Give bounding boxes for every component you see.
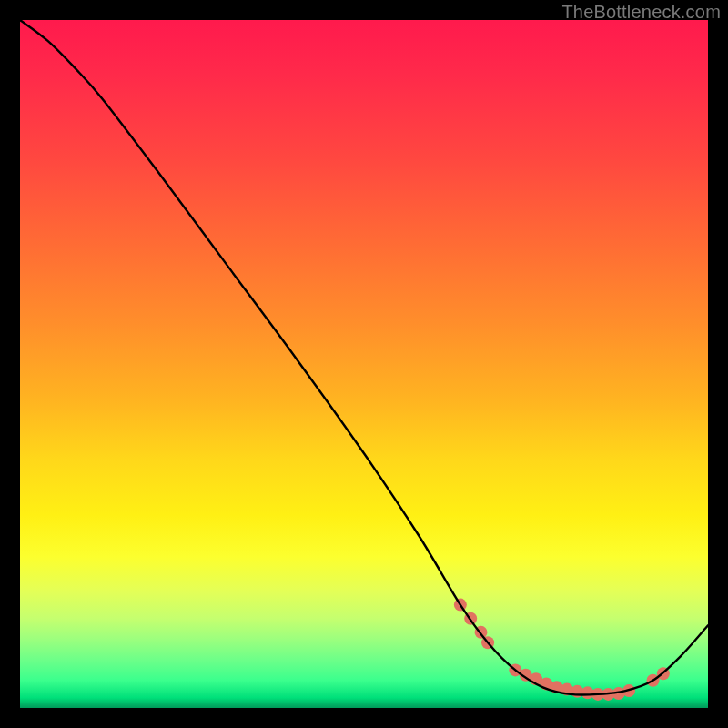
watermark-text: TheBottleneck.com [561, 2, 721, 23]
chart-plot-area [20, 20, 708, 708]
chart-svg [20, 20, 708, 708]
chart-curve [20, 20, 708, 695]
chart-frame: TheBottleneck.com [0, 0, 728, 728]
chart-markers [454, 599, 670, 701]
